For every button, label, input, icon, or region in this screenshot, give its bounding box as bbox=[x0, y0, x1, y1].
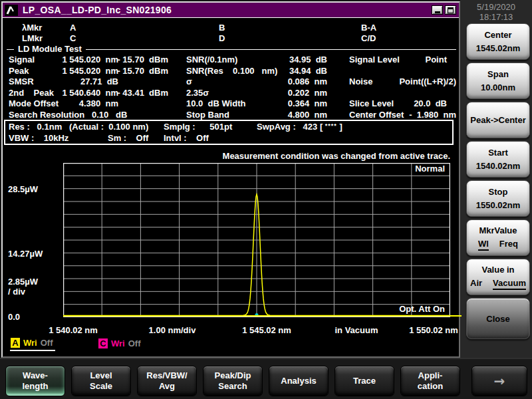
spectrum-trace-svg bbox=[63, 163, 450, 317]
marker-value-toggle-button[interactable]: MkrValue Wl Freq bbox=[466, 219, 530, 256]
meas-row-slice-level: Slice Level 20.0 dB bbox=[349, 98, 458, 109]
y-axis-per-div-label: 2.85µW bbox=[8, 277, 38, 287]
meas-row-peak: Peak 1 545.020 nm - 15.70 dBm bbox=[3, 66, 177, 77]
anritsu-logo-icon bbox=[5, 5, 18, 16]
window-title: LP_OSA__LD-PD_Inc_SN021906 bbox=[23, 5, 172, 15]
trace-c-write-label: Wri bbox=[111, 338, 125, 348]
marker-b-a-label: B-A bbox=[361, 23, 376, 33]
trace-c-off-label: Off bbox=[128, 338, 141, 348]
level-scale-key[interactable]: Level Scale bbox=[71, 366, 131, 396]
softkey-buttons: Center 1545.02nm Span 10.00nm Peak->Cent… bbox=[466, 23, 530, 339]
marker-a-label: A bbox=[70, 23, 76, 33]
close-button[interactable]: Close bbox=[466, 298, 530, 339]
trace-a-write-label: Wri bbox=[23, 338, 37, 348]
wavelength-key[interactable]: Wave- length bbox=[5, 366, 65, 396]
x-axis-stop-label: 1 550.02 nm bbox=[409, 325, 458, 335]
ld-module-test-group: LD Module Test bbox=[7, 44, 456, 55]
sweep-average-setting: SwpAvg : 423 [ **** ] bbox=[257, 122, 342, 132]
start-button[interactable]: Start 1540.02nm bbox=[466, 141, 530, 178]
meas-row-2nd-peak: 2nd Peak 1 540.640 nm - 43.41 dBm bbox=[3, 88, 177, 99]
level-marker-row: LMkr C D C/D bbox=[3, 33, 459, 44]
measurements-left-column: Signal 1 545.020 nm - 15.70 dBm Peak 1 5… bbox=[3, 55, 177, 121]
marker-c-d-label: C/D bbox=[361, 33, 376, 43]
marker-d-label: D bbox=[219, 33, 225, 43]
optical-attenuator-label: Opt. Att On bbox=[399, 304, 445, 314]
time-label: 18:17:13 bbox=[460, 12, 532, 22]
x-axis-baseline bbox=[63, 315, 462, 317]
minimize-button[interactable] bbox=[432, 5, 443, 15]
interval-setting: Intvl : Off bbox=[164, 133, 209, 143]
marker-c-label: C bbox=[70, 33, 76, 43]
sweep-settings-row-1: Res : 0.1nm (Actual : 0.100 nm) Smplg : … bbox=[5, 122, 452, 132]
y-axis-per-div-unit: / div bbox=[8, 287, 25, 297]
meas-row-snr-res: SNR(Res 0.100 nm) 34.94 dB bbox=[186, 66, 330, 77]
value-in-toggle-button[interactable]: Value in Air Vacuum bbox=[466, 259, 530, 295]
mkrvalue-freq-option[interactable]: Freq bbox=[499, 239, 518, 251]
trace-a-off-label: Off bbox=[41, 338, 53, 348]
meas-row-2-35-sigma: 2.35σ 0.202 nm bbox=[186, 88, 330, 99]
maximize-icon bbox=[448, 7, 454, 13]
measurement-warning-message: Measurement condition was changed from a… bbox=[63, 151, 450, 161]
meas-row-center-offset: Center Offset - 1.980 nm bbox=[349, 110, 458, 120]
x-axis-center-label: 1 545.02 nm bbox=[242, 325, 291, 335]
stop-button[interactable]: Stop 1550.02nm bbox=[466, 180, 530, 217]
resolution-setting: Res : 0.1nm (Actual : 0.100 nm) bbox=[9, 122, 148, 132]
analysis-key[interactable]: Analysis bbox=[269, 366, 329, 396]
meas-row-mode-offset: Mode Offset 4.380 nm bbox=[3, 98, 177, 110]
x-axis-per-div-label: 1.00 nm/div bbox=[149, 325, 196, 335]
peak-dip-search-key[interactable]: Peak/Dip Search bbox=[203, 366, 263, 396]
sampling-setting: Smplg : 501pt bbox=[164, 122, 232, 132]
meas-row-signal-level: Signal Level Point bbox=[349, 55, 458, 65]
y-axis-min-label: 0.0 bbox=[8, 312, 20, 322]
x-axis-medium-label: in Vacuum bbox=[334, 325, 378, 335]
trace-mode-label: Normal bbox=[415, 164, 445, 174]
y-axis-mid-label: 14.27µW bbox=[8, 249, 43, 259]
y-axis-max-label: 28.5µW bbox=[8, 184, 38, 194]
more-keys-arrow-key[interactable]: → bbox=[471, 366, 527, 396]
maximize-button[interactable] bbox=[445, 5, 456, 15]
center-button[interactable]: Center 1545.02nm bbox=[466, 23, 530, 60]
minimize-icon bbox=[435, 11, 440, 13]
meas-row-snr: SNR(/0.1nm) 34.95 dB bbox=[186, 55, 330, 66]
title-bar[interactable]: LP_OSA__LD-PD_Inc_SN021906 bbox=[3, 3, 459, 18]
trace-c-badge: C bbox=[98, 338, 108, 348]
lambda-marker-label: λMkr bbox=[22, 23, 42, 33]
function-key-bar: Wave- length Level Scale Res/VBW/ Avg Pe… bbox=[0, 358, 532, 399]
sweep-progress-stars: **** bbox=[325, 122, 337, 129]
softkey-panel: 5/19/2020 18:17:13 Center 1545.02nm Span… bbox=[460, 0, 532, 358]
smoothing-setting: Sm : Off bbox=[108, 133, 148, 143]
sweep-settings-box: Res : 0.1nm (Actual : 0.100 nm) Smplg : … bbox=[4, 120, 454, 145]
sweep-settings-row-2: VBW : 10kHz Sm : Off Intvl : Off bbox=[5, 133, 452, 144]
date-label: 5/19/2020 bbox=[460, 2, 532, 12]
level-marker-label: LMkr bbox=[22, 33, 43, 43]
group-title: LD Module Test bbox=[14, 44, 86, 54]
value-in-air-option[interactable]: Air bbox=[470, 278, 482, 290]
meas-row-sigma: σ 0.086 nm bbox=[186, 76, 330, 88]
meas-row-noise: Noise Point((L+R)/2) bbox=[349, 76, 458, 87]
measurements-middle-column: SNR(/0.1nm) 34.95 dB SNR(Res 0.100 nm) 3… bbox=[186, 55, 330, 121]
osa-screen: LP_OSA__LD-PD_Inc_SN021906 λMkr A B B-A … bbox=[0, 0, 532, 399]
clock: 5/19/2020 18:17:13 bbox=[460, 2, 532, 22]
meas-row-smsr: SMSR 27.71 dB bbox=[3, 76, 177, 88]
x-axis-start-label: 1 540.02 nm bbox=[49, 325, 98, 335]
measurements-right-column: Signal Level Point Noise Point((L+R)/2) … bbox=[349, 55, 458, 121]
value-in-vacuum-option[interactable]: Vacuum bbox=[493, 278, 526, 290]
trace-c-selector[interactable]: C Wri Off bbox=[98, 337, 143, 351]
main-window: LP_OSA__LD-PD_Inc_SN021906 λMkr A B B-A … bbox=[1, 1, 460, 358]
application-key[interactable]: Appli- cation bbox=[400, 366, 460, 396]
spectrum-plot: Normal Opt. Att On bbox=[63, 163, 450, 317]
wavelength-marker-row: λMkr A B B-A bbox=[3, 23, 459, 33]
window-controls bbox=[432, 5, 456, 15]
marker-b-label: B bbox=[219, 23, 225, 33]
span-button[interactable]: Span 10.00nm bbox=[466, 63, 530, 99]
trace-a-badge: A bbox=[11, 338, 20, 348]
trace-a-selector[interactable]: A Wri Off bbox=[10, 337, 55, 351]
meas-row-10db-width: 10.0 dB Width 0.364 nm bbox=[186, 98, 330, 110]
right-arrow-icon: → bbox=[494, 376, 505, 386]
peak-to-center-button[interactable]: Peak->Center bbox=[466, 102, 530, 138]
vbw-setting: VBW : 10kHz bbox=[9, 133, 68, 143]
meas-row-signal: Signal 1 545.020 nm - 15.70 dBm bbox=[3, 55, 177, 66]
res-vbw-avg-key[interactable]: Res/VBW/ Avg bbox=[137, 366, 197, 396]
trace-key[interactable]: Trace bbox=[334, 366, 394, 396]
mkrvalue-wl-option[interactable]: Wl bbox=[478, 239, 489, 251]
